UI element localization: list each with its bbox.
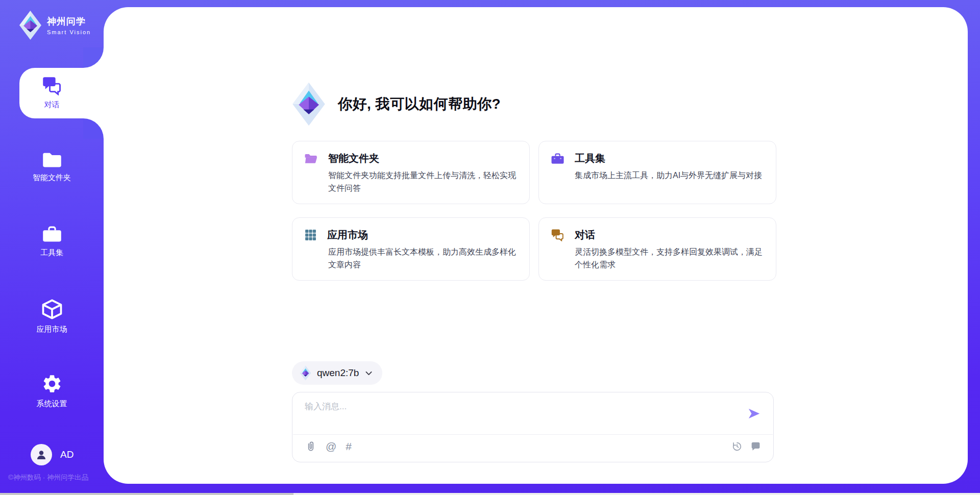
sidebar-item-label: 系统设置	[37, 399, 67, 409]
scrollbar-thumb[interactable]	[0, 493, 293, 495]
card-description: 集成市场上主流工具，助力AI与外界无缝扩展与对接	[575, 169, 764, 182]
hashtag-icon[interactable]: #	[346, 441, 352, 452]
mention-icon[interactable]: @	[326, 441, 336, 452]
sidebar-item-smart-folder[interactable]: 智能文件夹	[0, 151, 104, 183]
sidebar-item-label: 智能文件夹	[33, 173, 71, 183]
active-tab-fillet-bottom	[83, 118, 104, 139]
sidebar-item-settings[interactable]: 系统设置	[0, 373, 104, 409]
brand-diamond-icon	[18, 10, 42, 40]
greeting-diamond-icon	[292, 82, 326, 127]
sidebar-item-label: 对话	[44, 100, 60, 110]
sidebar-item-label: 工具集	[40, 248, 63, 258]
sidebar-item-app-market[interactable]: 应用市场	[0, 299, 104, 334]
gear-icon	[41, 373, 63, 394]
composer-divider	[293, 434, 773, 435]
folder-open-icon	[304, 153, 318, 164]
chat-icon	[42, 76, 62, 95]
card-chat[interactable]: 对话 灵活切换多模型文件，支持多样回复效果调试，满足个性化需求	[538, 217, 776, 281]
card-description: 应用市场提供丰富长文本模板，助力高效生成多样化文章内容	[328, 246, 517, 271]
card-title: 对话	[575, 228, 595, 242]
sidebar-item-toolset[interactable]: 工具集	[0, 225, 104, 258]
card-toolset[interactable]: 工具集 集成市场上主流工具，助力AI与外界无缝扩展与对接	[538, 141, 776, 204]
person-icon	[35, 449, 47, 461]
brand-subtitle: Smart Vision	[47, 29, 91, 35]
user-profile[interactable]: AD	[31, 444, 74, 465]
avatar[interactable]	[31, 444, 52, 465]
card-title: 应用市场	[327, 228, 368, 242]
app-logo: 神州问学 Smart Vision	[18, 10, 91, 40]
chat-icon	[551, 229, 565, 241]
sidebar-item-chat[interactable]: 对话	[0, 76, 104, 110]
card-app-market[interactable]: 应用市场 应用市场提供丰富长文本模板，助力高效生成多样化文章内容	[292, 217, 530, 281]
chat-bubble-icon[interactable]	[750, 441, 761, 452]
card-title: 工具集	[575, 152, 605, 165]
cube-icon	[41, 299, 63, 320]
attachment-icon[interactable]	[305, 440, 316, 452]
card-description: 智能文件夹功能支持批量文件上传与清洗，轻松实现文件问答	[328, 169, 517, 195]
message-input[interactable]	[305, 401, 739, 430]
card-smart-folder[interactable]: 智能文件夹 智能文件夹功能支持批量文件上传与清洗，轻松实现文件问答	[292, 141, 530, 204]
grid-icon	[304, 229, 317, 241]
toolbox-icon	[551, 153, 565, 165]
brand-name: 神州问学	[47, 15, 91, 28]
send-icon[interactable]	[747, 407, 761, 420]
feature-cards: 智能文件夹 智能文件夹功能支持批量文件上传与清洗，轻松实现文件问答 工具集 集成…	[292, 141, 777, 281]
greeting-block: 你好, 我可以如何帮助你?	[292, 82, 501, 127]
active-tab-fillet-top	[83, 47, 104, 68]
copyright-text: ©神州数码 · 神州问学出品	[8, 473, 105, 482]
user-name: AD	[60, 449, 74, 460]
toolbox-icon	[42, 225, 62, 243]
card-title: 智能文件夹	[328, 152, 379, 165]
horizontal-scrollbar[interactable]	[0, 493, 980, 495]
card-description: 灵活切换多模型文件，支持多样回复效果调试，满足个性化需求	[575, 246, 764, 271]
folder-icon	[42, 151, 62, 168]
message-composer: @ #	[292, 392, 774, 462]
model-name: qwen2:7b	[317, 367, 359, 379]
model-selector[interactable]: qwen2:7b	[292, 361, 382, 385]
chevron-down-icon	[364, 369, 373, 378]
sidebar-item-label: 应用市场	[37, 325, 67, 334]
model-diamond-icon	[300, 365, 311, 381]
history-icon[interactable]	[731, 441, 743, 452]
greeting-title: 你好, 我可以如何帮助你?	[338, 94, 501, 114]
